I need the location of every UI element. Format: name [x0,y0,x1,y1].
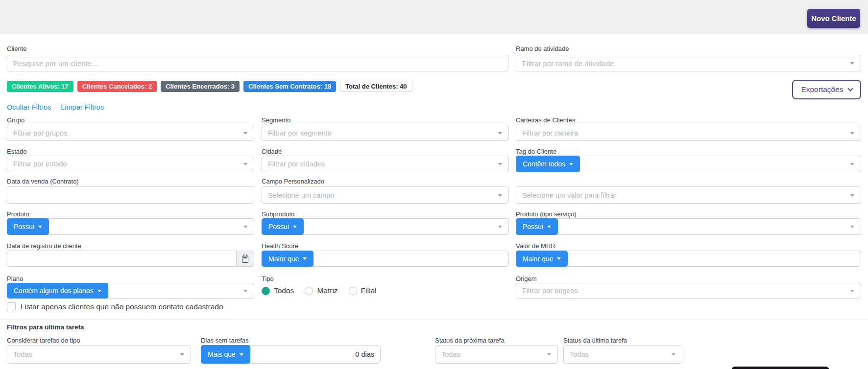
closed-clients-badge: Clientes Encerrados: 3 [161,81,240,92]
client-label: Cliente [7,45,26,52]
state-select[interactable]: Filtrar por estado [7,156,254,172]
portfolio-placeholder: Filtrar por carteira [522,129,578,137]
origin-select[interactable]: Filtrar por origens [516,283,861,299]
mrr-operator-label: Maior que [523,255,553,263]
sale-date-label: Data da venda (Contrato) [7,178,79,185]
health-score-label: Health Score [262,242,298,250]
segment-select[interactable]: Filtrar por segmento [262,125,509,141]
industry-placeholder: Filtrar por ramo de atividade [522,59,614,68]
type-radio-todos-label: Todos [274,286,294,295]
last-task-status-label: Status da última tarefa [563,337,627,344]
city-label: Cidade [262,148,282,155]
mrr-value-label: Valor de MRR [516,242,555,250]
product-service-type-operator-button[interactable]: Possui [516,218,558,235]
city-select[interactable]: Filtrar por cidades [262,156,509,172]
plan-operator-button[interactable]: Contém algum dos planos [7,283,108,299]
custom-field-value-select[interactable]: Selecione um valor para filtrar [516,186,861,204]
product-operator-button[interactable]: Possui [7,218,49,235]
calendar-button[interactable] [236,251,254,267]
caret-down-icon [547,226,551,228]
city-placeholder: Filtrar por cidades [268,160,325,168]
product-label: Produto [7,210,29,218]
caret-down-icon [557,257,561,260]
chevron-down-icon [850,290,854,292]
chevron-down-icon [547,353,551,356]
new-client-button[interactable]: Novo Cliente [807,9,860,28]
next-task-status-placeholder: Todas [441,350,460,358]
subproduct-operator-label: Possui [268,223,289,231]
product-service-type-label: Produto (tipo serviço) [516,210,577,218]
origin-placeholder: Filtrar por origens [522,287,578,295]
days-without-tasks-input[interactable]: Mais que 0 dias [201,345,381,364]
cancelled-clients-badge: Clientes Cancelados: 2 [77,81,157,92]
client-search-placeholder: Pesquise por um cliente... [13,59,98,68]
task-type-label: Considerar tarefas do tipo [7,337,80,344]
chevron-down-icon [850,163,854,165]
group-select[interactable]: Filtrar por grupos [7,125,254,141]
no-contact-checkbox[interactable] [7,302,16,311]
type-radio-filial[interactable]: Filial [349,286,377,295]
section-divider [0,319,868,320]
custom-field-placeholder: Selecione um campo [268,191,334,199]
registration-date-label: Data de registro de cliente [7,242,81,250]
industry-select[interactable]: Filtrar por ramo de atividade [516,55,861,71]
health-score-operator-label: Maior que [268,255,299,263]
custom-field-select[interactable]: Selecione um campo [262,186,509,204]
top-bar: Novo Cliente [0,0,868,34]
caret-down-icon [293,226,297,228]
custom-field-value-placeholder: Selecione um valor para filtrar [522,191,617,199]
bottom-action-button[interactable] [731,367,829,369]
caret-down-icon [240,353,243,356]
last-task-section-title: Filtros para última tarefa [7,323,84,331]
mrr-operator-button[interactable]: Maior que [516,251,568,267]
client-count-badges: Clientes Ativos: 17 Clientes Cancelados:… [7,81,412,92]
sale-date-input[interactable] [7,186,254,204]
registration-date-input[interactable] [7,251,254,267]
state-label: Estado [7,148,26,155]
portfolio-select[interactable]: Filtrar por carteira [516,125,861,141]
chevron-down-icon [243,290,247,292]
hide-filters-link[interactable]: Ocultar Filtros [7,103,51,111]
type-radio-matriz[interactable]: Matriz [305,286,338,295]
export-button[interactable]: Exportações [792,80,861,99]
last-task-status-select[interactable]: Todas [563,345,682,364]
type-radio-matriz-label: Matriz [317,286,338,295]
plan-select[interactable]: Contém algum dos planos [7,283,254,299]
custom-field-label: Campo Personalizado [262,178,324,185]
health-score-input[interactable]: Maior que [262,251,509,267]
next-task-status-select[interactable]: Todas [435,345,558,364]
origin-label: Origem [516,275,537,282]
client-tag-select[interactable]: Contêm todos [516,156,861,172]
type-radio-filial-label: Filial [361,286,377,295]
portfolio-label: Carteiras de Clientes [516,116,575,124]
no-contract-clients-badge: Clientes Sem Contratos: 18 [243,81,336,92]
product-service-type-select[interactable]: Possui [516,218,861,235]
type-radio-todos[interactable]: Todos [262,286,294,295]
chevron-down-icon [243,163,247,165]
mrr-value-input[interactable]: Maior que [516,251,861,267]
group-label: Grupo [7,116,24,124]
industry-label: Ramo de atividade [516,45,569,52]
subproduct-operator-button[interactable]: Possui [262,218,304,235]
chevron-down-icon [498,226,502,228]
chevron-down-icon [672,353,675,356]
client-search-input[interactable]: Pesquise por um cliente... [7,55,508,71]
radio-unselected-icon [349,287,357,295]
segment-label: Segmento [262,116,290,124]
client-tag-label: Tag do Cliente [516,148,556,155]
chevron-down-icon [498,163,502,165]
clear-filters-link[interactable]: Limpar Filtros [61,103,104,111]
caret-down-icon [97,290,101,292]
product-select[interactable]: Possui [7,218,254,235]
health-score-operator-button[interactable]: Maior que [262,251,313,267]
days-operator-button[interactable]: Mais que [201,345,250,364]
chevron-down-icon [850,194,854,197]
last-task-status-placeholder: Todas [570,350,589,358]
tag-operator-label: Contêm todos [523,160,565,168]
group-placeholder: Filtrar por grupos [13,129,67,137]
tag-operator-button[interactable]: Contêm todos [516,156,580,172]
subproduct-select[interactable]: Possui [262,218,509,235]
task-type-select[interactable]: Todas [7,345,191,364]
days-without-tasks-label: Dias sem tarefas [201,337,249,344]
chevron-down-icon [850,62,854,65]
